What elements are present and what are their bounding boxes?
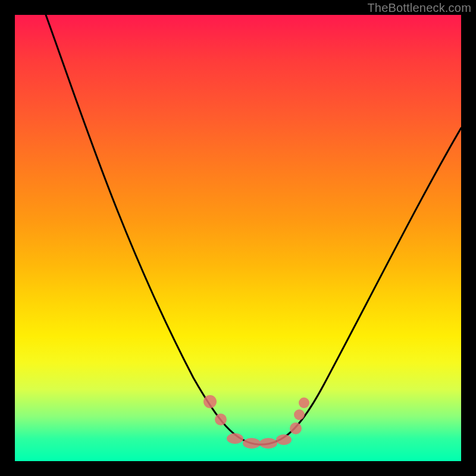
watermark-text: TheBottleneck.com [367,1,471,15]
svg-point-6 [290,422,302,434]
svg-point-3 [243,438,261,449]
chart-frame: TheBottleneck.com [0,0,476,476]
svg-point-7 [294,409,305,420]
svg-point-1 [215,414,227,425]
curve-layer [15,15,461,461]
svg-point-5 [276,434,292,445]
bottleneck-curve [46,15,461,444]
svg-point-4 [259,438,277,449]
svg-point-2 [227,433,243,444]
marker-group [203,395,309,449]
svg-point-0 [203,395,217,408]
svg-point-8 [299,397,309,408]
plot-area [15,15,461,461]
